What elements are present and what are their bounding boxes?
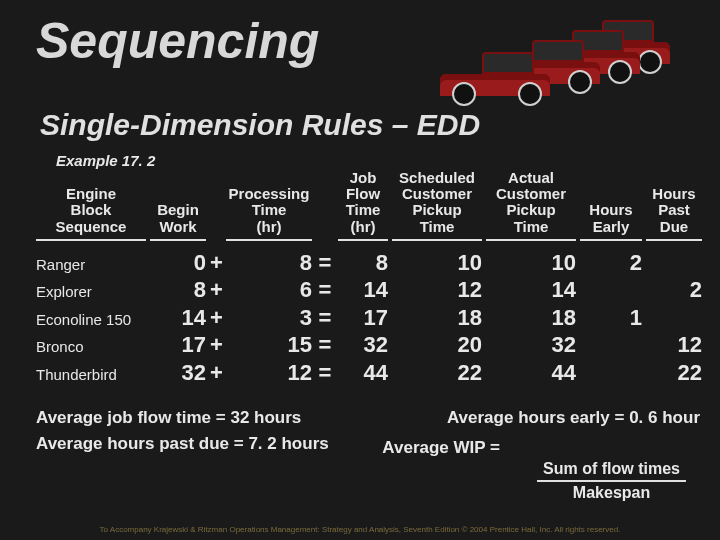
cell-flow: 44 — [338, 359, 388, 387]
cell-past: 12 — [646, 331, 702, 359]
cell-eq: = — [316, 359, 334, 387]
cell-flow: 17 — [338, 304, 388, 332]
table-row: Econoline 15014+3=1718181 — [36, 304, 700, 332]
col-flow: Job Flow Time (hr) — [338, 170, 388, 235]
table-header-row: Engine Block Sequence Begin Work Process… — [36, 170, 700, 237]
fraction-denominator: Makespan — [537, 482, 686, 502]
table-row: Bronco17+15=32203212 — [36, 331, 700, 359]
row-name: Econoline 150 — [36, 311, 146, 330]
table-row: Explorer8+6=1412142 — [36, 276, 700, 304]
col-begin: Begin Work — [150, 202, 206, 234]
cell-actual: 14 — [486, 276, 576, 304]
table-row: Ranger0+8=810102 — [36, 249, 700, 277]
cell-past: 22 — [646, 359, 702, 387]
cell-flow: 14 — [338, 276, 388, 304]
cell-actual: 44 — [486, 359, 576, 387]
cell-proc: 15 — [226, 331, 312, 359]
row-name: Ranger — [36, 256, 146, 275]
data-table: Engine Block Sequence Begin Work Process… — [36, 170, 700, 386]
row-name: Bronco — [36, 338, 146, 357]
cell-begin: 0 — [150, 249, 206, 277]
row-name: Thunderbird — [36, 366, 146, 385]
cell-proc: 8 — [226, 249, 312, 277]
col-proc: Processing Time (hr) — [226, 186, 312, 235]
cell-proc: 6 — [226, 276, 312, 304]
slide: Sequencing Single-Dimension Rules – EDD … — [0, 0, 720, 540]
cell-op: + — [210, 331, 222, 359]
avg-flow-time: Average job flow time = 32 hours — [36, 408, 301, 428]
cell-op: + — [210, 249, 222, 277]
col-engine: Engine Block Sequence — [36, 186, 146, 235]
fraction-numerator: Sum of flow times — [537, 460, 686, 482]
cell-begin: 8 — [150, 276, 206, 304]
avg-wip-label: Average WIP = — [382, 438, 500, 458]
cell-op: + — [210, 359, 222, 387]
cell-op: + — [210, 276, 222, 304]
cell-actual: 32 — [486, 331, 576, 359]
cell-actual: 10 — [486, 249, 576, 277]
table-body: Ranger0+8=810102Explorer8+6=1412142Econo… — [36, 249, 700, 387]
cell-flow: 32 — [338, 331, 388, 359]
slide-subtitle: Single-Dimension Rules – EDD — [40, 108, 480, 142]
example-label: Example 17. 2 — [56, 152, 155, 169]
cell-sched: 18 — [392, 304, 482, 332]
summary-stats: Average job flow time = 32 hours Average… — [36, 408, 700, 460]
cell-sched: 22 — [392, 359, 482, 387]
slide-title: Sequencing — [36, 12, 319, 70]
cell-proc: 12 — [226, 359, 312, 387]
cell-op: + — [210, 304, 222, 332]
cell-eq: = — [316, 276, 334, 304]
cell-early: 2 — [580, 249, 642, 277]
col-early: Hours Early — [580, 202, 642, 234]
cell-eq: = — [316, 331, 334, 359]
row-name: Explorer — [36, 283, 146, 302]
copyright-footer: To Accompany Krajewski & Ritzman Operati… — [0, 525, 720, 534]
cell-sched: 12 — [392, 276, 482, 304]
cell-past: 2 — [646, 276, 702, 304]
col-actual: Actual Customer Pickup Time — [486, 170, 576, 235]
table-row: Thunderbird32+12=44224422 — [36, 359, 700, 387]
avg-hours-early: Average hours early = 0. 6 hour — [447, 408, 700, 428]
cell-proc: 3 — [226, 304, 312, 332]
avg-hours-past-due: Average hours past due = 7. 2 hours — [36, 434, 329, 454]
cell-begin: 17 — [150, 331, 206, 359]
col-past: Hours Past Due — [646, 186, 702, 235]
col-sched: Scheduled Customer Pickup Time — [392, 170, 482, 235]
cell-flow: 8 — [338, 249, 388, 277]
cell-sched: 10 — [392, 249, 482, 277]
header-underline — [36, 237, 700, 241]
cell-eq: = — [316, 304, 334, 332]
cell-early: 1 — [580, 304, 642, 332]
cell-sched: 20 — [392, 331, 482, 359]
wip-fraction: Sum of flow times Makespan — [537, 460, 686, 502]
cell-actual: 18 — [486, 304, 576, 332]
cell-eq: = — [316, 249, 334, 277]
car-illustration — [430, 20, 690, 108]
cell-begin: 14 — [150, 304, 206, 332]
cell-begin: 32 — [150, 359, 206, 387]
